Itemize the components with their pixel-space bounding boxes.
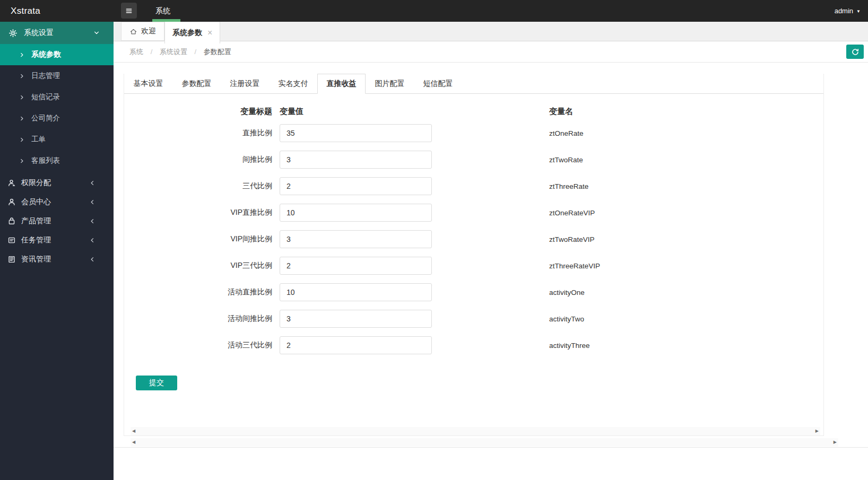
breadcrumb-item-current: 参数配置 (204, 48, 231, 56)
gear-icon (8, 29, 18, 38)
form-row: 活动间推比例activityTwo (124, 310, 823, 328)
sidebar-item-label: 工单 (31, 135, 46, 144)
sidebar-submenu-item[interactable]: 工单 (0, 129, 114, 150)
value-input[interactable] (280, 336, 432, 354)
config-tab[interactable]: 图片配置 (366, 74, 414, 93)
field-label: VIP间推比例 (124, 234, 272, 244)
sidebar-item-label: 客服列表 (31, 156, 60, 165)
sidebar-groups: 权限分配会员中心产品管理任务管理资讯管理 (0, 173, 114, 269)
sidebar-toggle-button[interactable] (121, 3, 137, 19)
inner-horizontal-scrollbar[interactable]: ◀ ▶ (131, 427, 820, 435)
form-row: 直推比例ztOneRate (124, 124, 823, 142)
chevron-down-icon: ▼ (856, 1, 861, 22)
variable-name: ztOneRateVIP (549, 209, 595, 217)
config-tab[interactable]: 短信配置 (414, 74, 462, 93)
value-input[interactable] (280, 151, 432, 169)
sidebar-submenu-item[interactable]: 日志管理 (0, 65, 114, 86)
sidebar-item-label: 日志管理 (31, 71, 60, 81)
scroll-right-icon[interactable]: ▶ (834, 438, 837, 447)
form-row: VIP间推比例ztTwoRateVIP (124, 230, 823, 248)
value-input[interactable] (280, 177, 432, 195)
params-form: 变量标题 变量值 变量名 直推比例ztOneRate间推比例ztTwoRate三… (124, 94, 823, 390)
sidebar-submenu-item[interactable]: 公司简介 (0, 108, 114, 129)
user-menu[interactable]: admin▼ (835, 0, 861, 22)
submit-button[interactable]: 提交 (136, 376, 177, 390)
form-row: 三代比例ztThreeRate (124, 177, 823, 195)
config-tabs: 基本设置参数配置注册设置实名支付直推收益图片配置短信配置 (124, 74, 823, 94)
sidebar-group-item[interactable]: 权限分配 (0, 173, 114, 193)
task-icon (7, 236, 16, 245)
top-bar: Xstrata 系统 admin▼ (0, 0, 868, 22)
form-rows: 直推比例ztOneRate间推比例ztTwoRate三代比例ztThreeRat… (124, 124, 823, 354)
scroll-right-icon[interactable]: ▶ (815, 427, 819, 435)
form-row: VIP直推比例ztOneRateVIP (124, 204, 823, 222)
field-label: 间推比例 (124, 155, 272, 164)
sidebar-group-label: 会员中心 (21, 197, 51, 207)
sidebar-submenu-item[interactable]: 系统参数 (0, 44, 114, 65)
tab-system-params-label: 系统参数 (172, 28, 202, 38)
sidebar-submenu-item[interactable]: 客服列表 (0, 150, 114, 171)
sidebar-item-label: 系统参数 (31, 50, 61, 59)
sidebar-group-item[interactable]: 产品管理 (0, 212, 114, 231)
sidebar-submenu: 系统参数日志管理短信记录公司简介工单客服列表 (0, 44, 114, 171)
home-icon (129, 28, 137, 36)
sidebar-group-item[interactable]: 任务管理 (0, 231, 114, 250)
config-tab[interactable]: 基本设置 (124, 74, 172, 93)
sidebar-submenu-item[interactable]: 短信记录 (0, 86, 114, 108)
config-tab[interactable]: 参数配置 (172, 74, 221, 93)
page-tab-strip: 欢迎 系统参数 × (114, 22, 868, 41)
header-variable-value: 变量值 (280, 107, 432, 117)
value-input[interactable] (280, 230, 432, 248)
form-row: 间推比例ztTwoRate (124, 151, 823, 169)
form-row: VIP三代比例ztThreeRateVIP (124, 257, 823, 275)
sidebar-group-item[interactable]: 会员中心 (0, 193, 114, 212)
scroll-left-icon[interactable]: ◀ (132, 427, 135, 435)
config-tab[interactable]: 实名支付 (269, 74, 317, 93)
user-name: admin (835, 7, 853, 15)
variable-name: activityTwo (549, 315, 584, 323)
product-icon (7, 217, 16, 225)
close-icon[interactable]: × (207, 29, 212, 37)
breadcrumb-item[interactable]: 系统设置 (160, 48, 187, 56)
user-permission-icon (7, 179, 16, 187)
value-input[interactable] (280, 257, 432, 275)
header-variable-title: 变量标题 (124, 107, 272, 117)
tab-welcome[interactable]: 欢迎 (121, 22, 164, 41)
config-tab[interactable]: 直推收益 (317, 74, 366, 94)
top-nav-system[interactable]: 系统 (143, 0, 183, 22)
field-label: VIP直推比例 (124, 208, 272, 217)
news-icon (7, 255, 16, 264)
value-input[interactable] (280, 283, 432, 301)
refresh-icon (851, 48, 860, 56)
sidebar-group-item[interactable]: 资讯管理 (0, 250, 114, 269)
sidebar-group-system-settings[interactable]: 系统设置 (0, 22, 114, 44)
user-icon (7, 198, 16, 206)
outer-horizontal-scrollbar[interactable]: ◀ ▶ (131, 438, 838, 447)
tab-system-params[interactable]: 系统参数 × (164, 22, 220, 43)
tab-welcome-label: 欢迎 (141, 27, 156, 36)
sidebar-group-label: 权限分配 (21, 178, 51, 188)
header-variable-name: 变量名 (549, 107, 573, 117)
sidebar: 系统设置 系统参数日志管理短信记录公司简介工单客服列表 权限分配会员中心产品管理… (0, 22, 114, 480)
variable-name: activityThree (549, 342, 590, 350)
field-label: VIP三代比例 (124, 261, 272, 270)
variable-name: ztOneRate (549, 129, 584, 137)
chevron-left-icon (89, 180, 96, 186)
chevron-down-icon (93, 30, 100, 36)
sidebar-group-label: 任务管理 (21, 235, 51, 245)
form-row: 活动直推比例activityOne (124, 283, 823, 301)
value-input[interactable] (280, 310, 432, 328)
refresh-button[interactable] (846, 45, 864, 59)
breadcrumb-item[interactable]: 系统 (129, 48, 143, 56)
value-input[interactable] (280, 124, 432, 142)
sidebar-item-label: 短信记录 (31, 92, 60, 102)
field-label: 活动直推比例 (124, 287, 272, 297)
breadcrumb-bar: 系统 / 系统设置 / 参数配置 (114, 41, 868, 63)
value-input[interactable] (280, 204, 432, 222)
scroll-left-icon[interactable]: ◀ (132, 438, 135, 447)
tab-content: 基本设置参数配置注册设置实名支付直推收益图片配置短信配置 变量标题 变量值 变量… (114, 63, 868, 448)
config-tab[interactable]: 注册设置 (221, 74, 269, 93)
page-bottom-divider (114, 447, 868, 448)
variable-name: activityOne (549, 289, 585, 296)
sidebar-group-label: 资讯管理 (21, 255, 51, 264)
